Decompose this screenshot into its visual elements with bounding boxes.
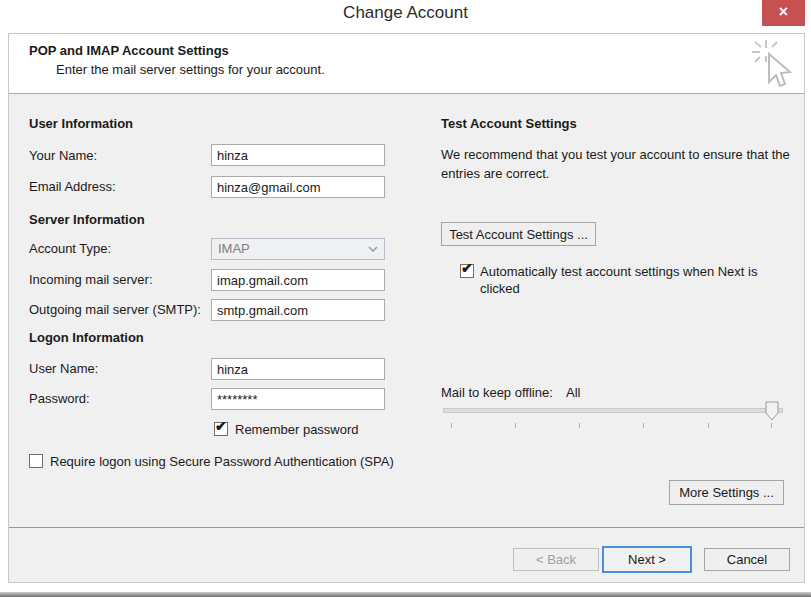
password-label: Password: (29, 391, 90, 406)
header-banner: POP and IMAP Account Settings Enter the … (9, 34, 804, 94)
slider-tick (643, 423, 644, 428)
slider-tick (708, 423, 709, 428)
back-button[interactable]: < Back (513, 548, 599, 571)
cancel-button[interactable]: Cancel (704, 548, 790, 571)
spa-label: Require logon using Secure Password Auth… (50, 454, 394, 469)
header-subtitle: Enter the mail server settings for your … (56, 62, 325, 77)
incoming-server-label: Incoming mail server: (29, 272, 153, 287)
slider-tick (515, 423, 516, 428)
title-bar: Change Account × (0, 0, 811, 26)
email-address-label: Email Address: (29, 179, 116, 194)
test-account-description: We recommend that you test your account … (441, 145, 793, 183)
more-settings-button[interactable]: More Settings ... (669, 480, 784, 505)
test-account-settings-button[interactable]: Test Account Settings ... (441, 222, 596, 246)
test-account-settings-heading: Test Account Settings (441, 116, 577, 131)
remember-password-checkbox[interactable]: ✔ (214, 422, 228, 436)
auto-test-label: Automatically test account settings when… (480, 263, 780, 297)
mail-offline-label: Mail to keep offline: (441, 385, 553, 400)
logon-user-name-input[interactable] (211, 358, 385, 380)
your-name-input[interactable] (211, 144, 385, 166)
server-information-heading: Server Information (29, 212, 145, 227)
next-button[interactable]: Next > (602, 546, 692, 573)
dialog-title: Change Account (0, 3, 811, 23)
dialog-body: POP and IMAP Account Settings Enter the … (8, 33, 805, 583)
slider-tick (451, 423, 452, 428)
logon-information-heading: Logon Information (29, 330, 144, 345)
outgoing-server-label: Outgoing mail server (SMTP): (29, 302, 201, 317)
auto-test-checkbox[interactable]: ✔ (460, 264, 474, 278)
incoming-server-input[interactable] (211, 269, 385, 291)
footer-separator (9, 527, 804, 528)
checkmark-icon: ✔ (461, 261, 473, 275)
logon-user-name-label: User Name: (29, 361, 98, 376)
chevron-down-icon (362, 240, 383, 258)
mail-offline-value: All (566, 385, 580, 400)
remember-password-label: Remember password (235, 422, 359, 437)
close-button[interactable]: × (762, 0, 805, 26)
slider-tick (771, 423, 772, 428)
header-title: POP and IMAP Account Settings (29, 43, 229, 58)
offline-slider-track[interactable] (443, 408, 783, 413)
screen-edge-strip (0, 592, 811, 597)
account-type-value: IMAP (218, 241, 250, 256)
slider-tick (579, 423, 580, 428)
account-type-label: Account Type: (29, 241, 111, 256)
password-input[interactable] (211, 388, 385, 410)
click-cursor-icon (747, 38, 797, 92)
email-address-input[interactable] (211, 176, 385, 198)
outgoing-server-input[interactable] (211, 299, 385, 321)
change-account-dialog: Change Account × POP and IMAP Account Se… (0, 0, 811, 597)
account-type-dropdown[interactable]: IMAP (211, 238, 385, 260)
offline-slider-thumb[interactable] (765, 401, 779, 421)
user-information-heading: User Information (29, 116, 133, 131)
checkmark-icon: ✔ (215, 419, 227, 433)
your-name-label: Your Name: (29, 148, 97, 163)
spa-checkbox[interactable] (29, 454, 43, 468)
close-icon: × (779, 3, 788, 20)
